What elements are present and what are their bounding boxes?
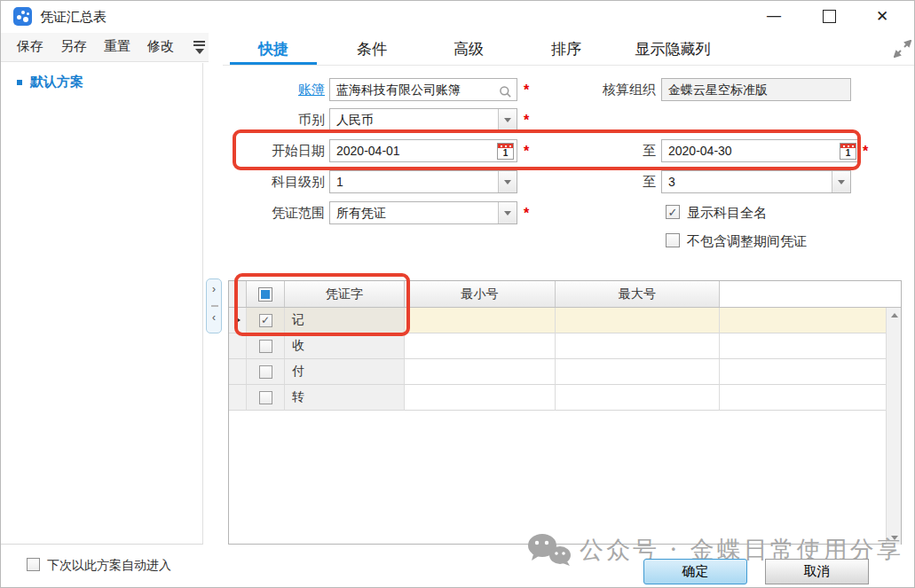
required-marker: * [524, 113, 529, 129]
end-date-label: 至 [622, 139, 656, 162]
required-marker: * [863, 144, 868, 160]
row-checkbox[interactable] [259, 391, 272, 404]
voucher-word-cell[interactable]: 付 [285, 359, 405, 385]
save-button[interactable]: 保存 [17, 38, 43, 55]
account-book-label[interactable]: 账簿 [241, 78, 325, 101]
ok-button[interactable]: 确定 [643, 559, 747, 584]
org-label: 核算组织 [569, 78, 656, 101]
tab-show-hide-columns[interactable]: 显示隐藏列 [611, 36, 735, 66]
max-number-cell[interactable] [556, 333, 720, 359]
required-marker: * [524, 82, 529, 98]
show-full-subject-name-label: 显示科目全名 [687, 205, 767, 221]
column-header-min-number[interactable]: 最小号 [405, 281, 556, 307]
voucher-word-table: 凭证字 最小号 最大号 ✓ 记 收 付 [228, 280, 902, 545]
select-all-checkbox[interactable] [258, 287, 272, 302]
row-checkbox[interactable] [259, 340, 272, 353]
min-number-cell[interactable] [405, 385, 556, 411]
table-header: 凭证字 最小号 最大号 [229, 281, 901, 308]
scroll-up-icon[interactable] [887, 308, 902, 322]
voucher-range-select[interactable]: 所有凭证 [329, 201, 517, 224]
tab-sort[interactable]: 排序 [522, 36, 611, 66]
window-title: 凭证汇总表 [40, 9, 106, 26]
row-checkbox[interactable] [259, 365, 272, 379]
currency-select[interactable]: 人民币 [329, 108, 517, 131]
select-all-cell [247, 281, 285, 307]
table-row[interactable]: 收 [229, 333, 901, 359]
minimize-button[interactable]: — [755, 3, 793, 29]
tab-quick[interactable]: 快捷 [230, 36, 317, 66]
search-icon[interactable] [499, 83, 512, 97]
cancel-button[interactable]: 取消 [765, 559, 869, 584]
current-row-indicator [229, 308, 247, 333]
min-number-cell[interactable] [405, 333, 556, 359]
voucher-word-cell[interactable]: 记 [285, 308, 405, 333]
scheme-sidebar: 默认方案 [1, 63, 203, 545]
auto-enter-label: 下次以此方案自动进入 [47, 557, 171, 573]
scroll-down-icon[interactable] [887, 530, 902, 545]
tab-advanced[interactable]: 高级 [424, 36, 513, 66]
min-number-cell[interactable] [405, 308, 556, 333]
reset-button[interactable]: 重置 [104, 38, 130, 55]
close-button[interactable]: ✕ [864, 3, 901, 29]
maximize-icon [823, 10, 836, 23]
tabs-divider [223, 65, 915, 66]
title-bar: 凭证汇总表 — ✕ [1, 1, 914, 33]
app-logo-icon [13, 7, 32, 26]
max-number-cell[interactable] [556, 385, 720, 411]
panel-splitter[interactable]: › ‹ [206, 278, 222, 333]
org-field: 金蝶云星空标准版 [661, 78, 851, 101]
calendar-icon[interactable]: 1 [840, 143, 856, 160]
chevron-down-icon[interactable] [498, 109, 517, 130]
chevron-down-icon[interactable] [832, 171, 850, 192]
column-header-empty [720, 281, 901, 307]
required-marker: * [524, 206, 529, 222]
show-full-subject-name-checkbox[interactable]: ✓ [666, 205, 680, 219]
auto-enter-checkbox[interactable] [27, 558, 40, 571]
required-marker: * [524, 144, 529, 160]
chevron-down-icon[interactable] [498, 202, 517, 223]
exclude-adjust-period-label: 不包含调整期间凭证 [687, 233, 807, 249]
column-header-voucher-word[interactable]: 凭证字 [285, 281, 405, 307]
scheme-toolbar: 保存 另存 重置 修改 [1, 33, 209, 62]
voucher-range-label: 凭证范围 [241, 201, 325, 224]
exclude-adjust-period-checkbox[interactable] [666, 233, 680, 247]
table-row[interactable]: ✓ 记 [229, 308, 901, 333]
currency-label: 币别 [241, 108, 325, 131]
toolbar-overflow-icon[interactable] [192, 41, 208, 55]
voucher-word-cell[interactable]: 收 [285, 333, 405, 359]
start-date-field[interactable]: 2020-04-01 1 [329, 139, 517, 162]
table-row[interactable]: 转 [229, 385, 901, 411]
account-book-field[interactable]: 蓝海科技有限公司账簿 [329, 78, 517, 101]
subject-level-to-select[interactable]: 3 [661, 170, 851, 193]
table-row[interactable]: 付 [229, 359, 901, 385]
modify-button[interactable]: 修改 [147, 38, 174, 55]
voucher-summary-window: 凭证汇总表 — ✕ 保存 另存 重置 修改 默认方案 快捷 条件 高级 排序 显… [0, 0, 915, 588]
chevron-down-icon[interactable] [498, 171, 517, 192]
collapse-right-icon[interactable]: › [207, 283, 221, 295]
end-date-field[interactable]: 2020-04-30 1 [661, 139, 860, 162]
max-number-cell[interactable] [556, 359, 720, 385]
vertical-scrollbar[interactable] [886, 308, 901, 545]
bullet-icon [17, 80, 22, 85]
subject-level-to-label: 至 [622, 170, 656, 193]
row-arrow-icon [235, 317, 241, 324]
expand-window-icon[interactable] [894, 40, 911, 58]
save-as-button[interactable]: 另存 [60, 38, 87, 55]
collapse-left-icon[interactable]: ‹ [207, 311, 221, 324]
maximize-button[interactable] [810, 3, 848, 29]
column-header-max-number[interactable]: 最大号 [556, 281, 720, 307]
tab-condition[interactable]: 条件 [327, 36, 416, 66]
subject-level-label: 科目级别 [241, 170, 325, 193]
max-number-cell[interactable] [556, 308, 720, 333]
min-number-cell[interactable] [405, 359, 556, 385]
calendar-icon[interactable]: 1 [497, 143, 514, 160]
sidebar-item-default-scheme[interactable]: 默认方案 [17, 74, 83, 90]
row-checkbox[interactable]: ✓ [259, 314, 272, 327]
start-date-label: 开始日期 [241, 139, 325, 162]
voucher-word-cell[interactable]: 转 [285, 385, 405, 411]
subject-level-from-select[interactable]: 1 [329, 170, 517, 193]
